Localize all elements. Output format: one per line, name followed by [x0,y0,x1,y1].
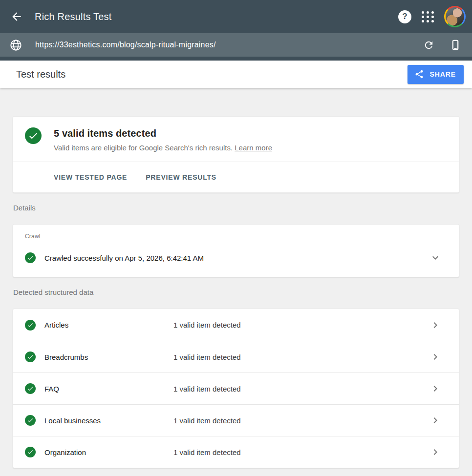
row-status: 1 valid item detected [173,416,429,425]
summary-actions: VIEW TESTED PAGE PREVIEW RESULTS [13,162,459,192]
help-button[interactable]: ? [398,10,411,23]
apps-grid-button[interactable] [422,11,444,22]
row-label: Local businesses [44,416,173,425]
summary-subtitle: Valid items are eligible for Google Sear… [54,144,272,152]
crawl-card: Crawl Crawled successfully on Apr 5, 202… [13,224,459,277]
structured-data-row-local-businesses[interactable]: Local businesses 1 valid item detected [13,404,459,436]
row-status: 1 valid item detected [173,321,429,329]
check-circle-icon [25,352,36,362]
check-circle-icon [25,320,36,331]
content-area: 5 valid items detected Valid items are e… [0,88,472,468]
structured-data-row-articles[interactable]: Articles 1 valid item detected [13,309,459,341]
crawl-success-check-icon [25,252,36,263]
share-button-label: SHARE [429,70,456,78]
details-section-label: Details [13,204,459,212]
structured-data-row-breadcrumbs[interactable]: Breadcrumbs 1 valid item detected [13,341,459,373]
url-bar: https://33esthetics.com/blog/scalp-ritua… [0,33,472,57]
share-icon [414,69,424,79]
apps-grid-icon [422,11,434,22]
crawl-status-text: Crawled successfully on Apr 5, 2026, 6:4… [44,254,429,262]
app-bar: Rich Results Test ? [0,0,472,33]
refresh-button[interactable] [423,40,434,51]
summary-subtitle-text: Valid items are eligible for Google Sear… [54,144,233,152]
structured-data-row-faq[interactable]: FAQ 1 valid item detected [13,373,459,404]
account-avatar[interactable] [444,6,466,27]
question-mark-icon: ? [402,12,407,21]
chevron-right-icon[interactable] [429,414,441,426]
structured-data-card: Articles 1 valid item detected Breadcrum… [13,309,459,468]
results-toolbar: Test results SHARE [0,61,472,88]
smartphone-icon [450,39,461,51]
check-circle-icon [25,383,36,394]
chevron-right-icon[interactable] [429,446,441,458]
back-button[interactable] [10,10,23,23]
structured-data-row-organization[interactable]: Organization 1 valid item detected [13,436,459,468]
app-header: Rich Results Test ? https://33esthetics.… [0,0,472,61]
page-title: Test results [16,69,408,80]
arrow-back-icon [10,10,23,23]
row-label: Articles [44,321,173,329]
crawl-status-row[interactable]: Crawled successfully on Apr 5, 2026, 6:4… [25,250,447,265]
row-status: 1 valid item detected [173,448,429,456]
summary-text: 5 valid items detected Valid items are e… [54,127,272,152]
globe-icon [9,39,22,52]
row-label: FAQ [44,385,173,393]
row-label: Breadcrumbs [44,353,173,361]
summary-title: 5 valid items detected [54,128,272,139]
check-circle-icon [25,415,36,426]
mobile-preview-button[interactable] [450,39,461,51]
summary-card: 5 valid items detected Valid items are e… [13,116,459,193]
structured-data-section-label: Detected structured data [13,288,459,296]
row-status: 1 valid item detected [173,353,429,361]
share-button[interactable]: SHARE [408,65,464,84]
crawl-field-label: Crawl [25,233,447,240]
chevron-down-icon[interactable] [429,252,441,264]
refresh-icon [423,40,434,51]
row-label: Organization [44,448,173,456]
row-status: 1 valid item detected [173,385,429,393]
app-title: Rich Results Test [35,11,398,22]
check-circle-icon [25,447,36,457]
chevron-right-icon[interactable] [429,351,441,363]
tested-url: https://33esthetics.com/blog/scalp-ritua… [35,41,423,49]
chevron-right-icon[interactable] [429,319,441,331]
learn-more-link[interactable]: Learn more [235,144,272,152]
preview-results-button[interactable]: PREVIEW RESULTS [139,169,223,185]
avatar-photo [446,7,464,26]
valid-check-icon [25,127,42,144]
view-tested-page-button[interactable]: VIEW TESTED PAGE [47,169,133,185]
summary-header: 5 valid items detected Valid items are e… [13,117,459,162]
chevron-right-icon[interactable] [429,383,441,394]
